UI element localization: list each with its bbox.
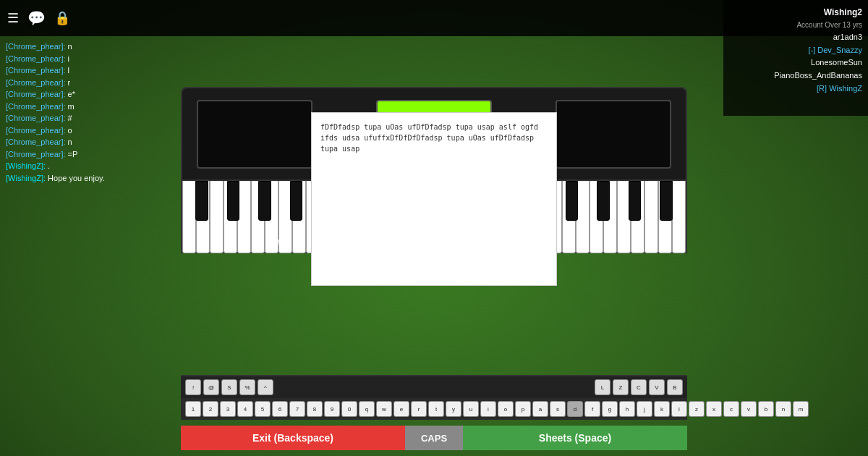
key-z[interactable]: z: [689, 401, 705, 417]
chat-line: [Chrome_phear]: m: [6, 101, 153, 113]
key-0[interactable]: 0: [341, 401, 357, 417]
sheet-text: fDfDfadsp tupa uOas ufDfDfadsp tupa usap…: [320, 122, 548, 154]
key-3[interactable]: 3: [220, 401, 236, 417]
key-o[interactable]: o: [498, 401, 514, 417]
key-x[interactable]: x: [706, 401, 722, 417]
white-key[interactable]: [631, 181, 644, 253]
caps-button[interactable]: CAPS: [405, 426, 463, 450]
key-n[interactable]: n: [775, 401, 791, 417]
white-key[interactable]: [672, 181, 686, 253]
key-at[interactable]: @: [203, 379, 219, 395]
chat-line: [Chrome_phear]: r: [6, 77, 153, 89]
chat-panel: [Chrome_phear]: n [Chrome_phear]: i [Chr…: [0, 36, 159, 188]
key-m[interactable]: m: [793, 401, 809, 417]
menu-icon[interactable]: ☰: [7, 10, 19, 26]
sheet-paper: fDfDfadsp tupa uOas ufDfDfadsp tupa usap…: [311, 112, 557, 286]
piano-screen-left: [197, 100, 312, 169]
key-h[interactable]: h: [619, 401, 635, 417]
key-e[interactable]: e: [393, 401, 409, 417]
white-key[interactable]: [224, 181, 237, 253]
key-v[interactable]: V: [649, 379, 665, 395]
key-2[interactable]: 2: [203, 401, 218, 417]
key-6[interactable]: 6: [272, 401, 288, 417]
key-caret[interactable]: ^: [258, 379, 273, 395]
chat-line: [WishingZ]: .: [6, 160, 153, 172]
chat-line: [Chrome_phear]: l: [6, 64, 153, 77]
white-key[interactable]: [292, 181, 306, 253]
key-f[interactable]: f: [584, 401, 600, 417]
key-s[interactable]: s: [550, 401, 566, 417]
key-t[interactable]: t: [428, 401, 444, 417]
sheet-overlay: fDfDfadsp tupa uOas ufDfDfadsp tupa usap…: [311, 112, 557, 286]
keyboard-row-bottom: 1 2 3 4 5 6 7 8 9 0 q w e r t y u i o p …: [181, 398, 687, 420]
chat-line: [Chrome_phear]: o: [6, 124, 153, 137]
player-name: PianoBoss_AndBananas: [729, 69, 862, 83]
white-key[interactable]: [265, 181, 278, 253]
key-r[interactable]: r: [411, 401, 427, 417]
key-i[interactable]: i: [480, 401, 496, 417]
white-key[interactable]: [210, 181, 224, 253]
exit-button[interactable]: Exit (Backspace): [181, 426, 405, 450]
key-g[interactable]: g: [602, 401, 618, 417]
key-q[interactable]: q: [359, 401, 375, 417]
player-name: LonesomeSun: [729, 56, 862, 69]
white-key[interactable]: [590, 181, 603, 253]
white-key[interactable]: [617, 181, 631, 253]
white-key[interactable]: [562, 181, 576, 253]
key-a[interactable]: a: [532, 401, 548, 417]
player-name: ar1adn3: [729, 31, 862, 44]
keyboard-row-top: ! @ S % ^ L Z C V B: [181, 375, 687, 398]
key-s[interactable]: S: [221, 379, 237, 395]
key-9[interactable]: 9: [324, 401, 340, 417]
piano-screen-right: [556, 100, 671, 169]
key-v[interactable]: v: [741, 401, 757, 417]
white-key[interactable]: [237, 181, 251, 253]
key-p[interactable]: p: [515, 401, 531, 417]
bottom-buttons: Exit (Backspace) CAPS Sheets (Space): [181, 426, 687, 450]
key-k[interactable]: k: [654, 401, 670, 417]
key-w[interactable]: w: [376, 401, 392, 417]
white-key[interactable]: [182, 181, 196, 253]
player-name: [-] Dev_Snazzy: [729, 44, 862, 57]
key-7[interactable]: 7: [289, 401, 305, 417]
account-age: Account Over 13 yrs: [729, 20, 862, 31]
white-key[interactable]: [196, 181, 210, 253]
right-panel: Wishing2 Account Over 13 yrs ar1adn3 [-]…: [723, 0, 868, 116]
lock-icon[interactable]: 🔒: [54, 10, 70, 26]
key-l[interactable]: l: [671, 401, 687, 417]
key-5[interactable]: 5: [255, 401, 271, 417]
key-b[interactable]: b: [758, 401, 774, 417]
white-key[interactable]: [644, 181, 658, 253]
white-key[interactable]: [251, 181, 265, 253]
key-1[interactable]: 1: [185, 401, 201, 417]
key-j[interactable]: j: [637, 401, 652, 417]
key-percent[interactable]: %: [239, 379, 255, 395]
key-z[interactable]: Z: [613, 379, 629, 395]
cursor-pointer: [278, 238, 284, 246]
chat-line: [Chrome_phear]: i: [6, 53, 153, 65]
key-d[interactable]: d: [567, 401, 583, 417]
key-exclamation[interactable]: !: [185, 379, 201, 395]
key-c[interactable]: c: [723, 401, 739, 417]
white-key[interactable]: [576, 181, 590, 253]
player-username: Wishing2: [729, 6, 862, 20]
chat-line: [Chrome_phear]: e*: [6, 88, 153, 101]
key-y[interactable]: y: [446, 401, 461, 417]
sheets-button[interactable]: Sheets (Space): [463, 426, 687, 450]
player-self: [R] WishingZ: [729, 83, 862, 96]
chat-line: [Chrome_phear]: n: [6, 136, 153, 148]
key-b[interactable]: B: [667, 379, 683, 395]
chat-icon[interactable]: 💬: [27, 9, 46, 27]
key-4[interactable]: 4: [237, 401, 253, 417]
key-c[interactable]: C: [631, 379, 647, 395]
chat-line: [Chrome_phear]: =P: [6, 148, 153, 161]
bottom-keyboard: ! @ S % ^ L Z C V B 1 2 3 4 5 6 7 8 9 0 …: [181, 375, 687, 420]
key-l[interactable]: L: [595, 379, 610, 395]
white-key[interactable]: [603, 181, 617, 253]
key-u[interactable]: u: [463, 401, 479, 417]
chat-line: [Chrome_phear]: n: [6, 41, 153, 53]
white-key[interactable]: [658, 181, 672, 253]
chat-line: [WishingZ]: Hope you enjoy.: [6, 172, 153, 185]
chat-line: [Chrome_phear]: #: [6, 112, 153, 124]
key-8[interactable]: 8: [307, 401, 323, 417]
